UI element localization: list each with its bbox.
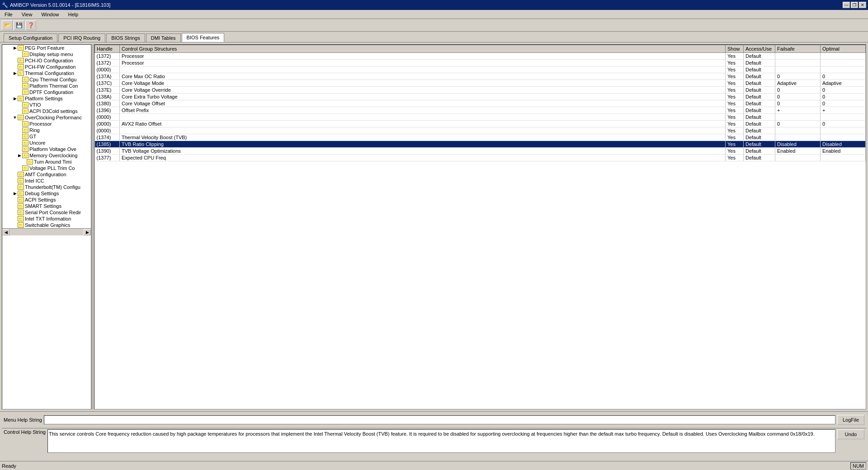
tree-item-cpu-thermal[interactable]: 📁Cpu Thermal Configu xyxy=(2,76,91,83)
tree-expander-memory-oc[interactable]: ▶ xyxy=(17,153,22,158)
menu-help[interactable]: Help xyxy=(66,11,81,18)
cell-show: Yes xyxy=(726,127,744,134)
cell-optimal: + xyxy=(821,107,866,114)
tree-item-label: Display setup menu xyxy=(29,52,73,57)
tab-pci[interactable]: PCI IRQ Routing xyxy=(58,33,105,42)
folder-icon: 📁 xyxy=(18,115,24,120)
tree-expander-peg-port[interactable]: ▶ xyxy=(12,46,18,50)
tree-item-thermal[interactable]: ▶📁Thermal Configuration xyxy=(2,70,91,76)
tab-dmi[interactable]: DMI Tables xyxy=(146,33,181,42)
tree-item-intel-icc[interactable]: 📁Intel ICC xyxy=(2,178,91,184)
tree-item-peg-port[interactable]: ▶📁PEG Port Feature xyxy=(2,45,91,51)
table-row[interactable]: (1372)ProcessorYesDefault xyxy=(95,60,866,66)
cell-failsafe xyxy=(775,66,821,73)
menu-help-input[interactable] xyxy=(44,415,835,424)
tree-item-voltage-pll[interactable]: 📁Voltage PLL Trim Co xyxy=(2,165,91,171)
table-row[interactable]: (1396)Offset PrefixYesDefault++ xyxy=(95,107,866,114)
cell-structure: TVB Ratio Clipping xyxy=(120,141,726,148)
tab-features[interactable]: BIOS Features xyxy=(182,33,225,42)
tree-item-platform-thermal[interactable]: 📁Platform Thermal Con xyxy=(2,83,91,89)
tree-item-memory-oc[interactable]: ▶📁Memory Overclocking xyxy=(2,152,91,159)
tree-item-gt[interactable]: 📁GT xyxy=(2,133,91,140)
restore-button[interactable]: ❐ xyxy=(851,2,858,8)
tree-item-serial-port[interactable]: 📁Serial Port Console Redir xyxy=(2,209,91,216)
table-row[interactable]: (137A)Core Max OC RatioYesDefault00 xyxy=(95,73,866,80)
tree-item-thunderbolt[interactable]: 📁Thunderbolt(TM) Configu xyxy=(2,184,91,190)
table-row[interactable]: (0000)YesDefault xyxy=(95,114,866,121)
tree-expander-thermal[interactable]: ▶ xyxy=(12,71,18,75)
grid-panel[interactable]: Handle Control Group Structures Show Acc… xyxy=(94,44,866,409)
table-row[interactable]: (137C)Core Voltage ModeYesDefaultAdaptiv… xyxy=(95,80,866,87)
tree-item-platform-voltage[interactable]: 📁Platform Voltage Ove xyxy=(2,146,91,152)
tree-item-debug-settings[interactable]: ▶📁Debug Settings xyxy=(2,190,91,197)
cell-access: Default xyxy=(744,121,775,127)
tree-item-display-setup[interactable]: 📁Display setup menu xyxy=(2,51,91,57)
tab-setup[interactable]: Setup Configuration xyxy=(4,33,57,42)
cell-access: Default xyxy=(744,80,775,87)
tree-item-vtio[interactable]: 📁VTIO xyxy=(2,102,91,108)
folder-icon: 📁 xyxy=(22,165,28,171)
tree-item-acpi-d3cold[interactable]: 📁ACPI D3Cold settings xyxy=(2,108,91,114)
tree-item-uncore[interactable]: 📁Uncore xyxy=(2,140,91,146)
tree-item-switchable-graphics[interactable]: 📁Switchable Graphics xyxy=(2,222,91,228)
cell-handle: (0000) xyxy=(95,127,120,134)
menu-file[interactable]: File xyxy=(2,11,15,18)
table-row[interactable]: (0000)YesDefault xyxy=(95,127,866,134)
table-row[interactable]: (1385)TVB Ratio ClippingYesDefaultDisabl… xyxy=(95,141,866,148)
help-button[interactable]: ❓ xyxy=(25,20,36,30)
tree-item-smart-settings[interactable]: 📁SMART Settings xyxy=(2,203,91,209)
tree-expander-overclocking[interactable]: ▼ xyxy=(12,115,18,120)
tab-bar: Setup Configuration PCI IRQ Routing BIOS… xyxy=(0,32,868,42)
tree-item-intel-txt[interactable]: 📁Intel TXT Information xyxy=(2,216,91,222)
table-row[interactable]: (1372)ProcessorYesDefault xyxy=(95,53,866,60)
open-button[interactable]: 📂 xyxy=(2,20,13,30)
minimize-button[interactable]: — xyxy=(843,2,850,8)
tree-item-pch-fw[interactable]: 📁PCH-FW Configuration xyxy=(2,64,91,70)
col-access: Access/Use xyxy=(744,45,775,53)
tree-panel[interactable]: ▶📁PEG Port Feature📁Display setup menu📁PC… xyxy=(2,44,91,409)
menu-view[interactable]: View xyxy=(19,11,35,18)
tree-item-label: Platform Voltage Ove xyxy=(29,146,76,152)
table-row[interactable]: (137E)Core Voltage OverrideYesDefault00 xyxy=(95,87,866,94)
logfile-button[interactable]: LogFile xyxy=(837,415,864,425)
tree-expander-debug-settings[interactable]: ▶ xyxy=(12,191,18,196)
table-row[interactable]: (0000)YesDefault xyxy=(95,66,866,73)
table-row[interactable]: (1390)TVB Voltage OptimizationsYesDefaul… xyxy=(95,148,866,155)
tree-expander-platform-settings[interactable]: ▶ xyxy=(12,96,18,101)
tree-scroll-left[interactable]: ◀ xyxy=(2,229,9,235)
cell-access: Default xyxy=(744,127,775,134)
tab-strings[interactable]: BIOS Strings xyxy=(106,33,145,42)
tree-item-label: Cpu Thermal Configu xyxy=(29,77,76,82)
undo-button[interactable]: Undo xyxy=(837,429,864,439)
table-row[interactable]: (1374)Thermal Velocity Boost (TVB)YesDef… xyxy=(95,134,866,141)
table-row[interactable]: (0000)AVX2 Ratio OffsetYesDefault00 xyxy=(95,121,866,127)
tree-item-label: OverClocking Performanc xyxy=(25,115,82,120)
tree-item-label: PEG Port Feature xyxy=(25,45,64,51)
tree-item-amt-config[interactable]: 📁AMT Configuration xyxy=(2,171,91,178)
cell-show: Yes xyxy=(726,87,744,94)
tree-item-label: ACPI D3Cold settings xyxy=(29,108,77,114)
splitter[interactable] xyxy=(91,44,93,409)
table-row[interactable]: (138A)Core Extra Turbo VoltageYesDefault… xyxy=(95,94,866,100)
cell-failsafe xyxy=(775,114,821,121)
tree-hscrollbar[interactable]: ◀ ▶ xyxy=(2,228,91,235)
tree-item-acpi-settings[interactable]: 📁ACPI Settings xyxy=(2,197,91,203)
tree-item-overclocking[interactable]: ▼📁OverClocking Performanc xyxy=(2,114,91,121)
tree-scroll-right[interactable]: ▶ xyxy=(84,229,91,235)
tree-item-dptf[interactable]: 📁DPTF Configuration xyxy=(2,89,91,95)
close-button[interactable]: ✕ xyxy=(859,2,866,8)
table-row[interactable]: (1380)Core Voltage OffsetYesDefault00 xyxy=(95,100,866,107)
tree-item-ring[interactable]: 📁Ring xyxy=(2,127,91,133)
cell-optimal: 0 xyxy=(821,100,866,107)
cell-handle: (137C) xyxy=(95,80,120,87)
table-row[interactable]: (1377)Expected CPU FreqYesDefault xyxy=(95,155,866,161)
tree-item-platform-settings[interactable]: ▶📁Platform Settings xyxy=(2,95,91,102)
cell-failsafe xyxy=(775,53,821,60)
tree-item-label: VTIO xyxy=(29,102,41,108)
tree-item-pch-io[interactable]: 📁PCH-IO Configuration xyxy=(2,57,91,64)
tree-item-turn-around[interactable]: 📁Turn Around Timi xyxy=(2,159,91,165)
menu-window[interactable]: Window xyxy=(38,11,61,18)
save-button[interactable]: 💾 xyxy=(14,20,24,30)
tree-item-processor[interactable]: 📁Processor xyxy=(2,121,91,127)
folder-icon: 📁 xyxy=(18,172,24,177)
